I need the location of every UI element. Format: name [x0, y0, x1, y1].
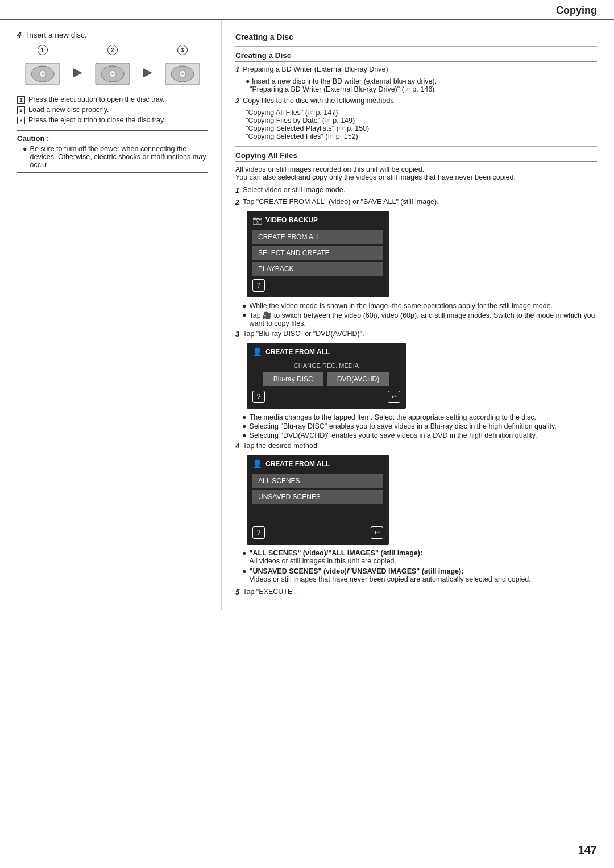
creating-disc-subheading: Creating a Disc [235, 51, 597, 62]
bullet-menu2-3: ● Selecting "DVD(AVCHD)" enables you to … [242, 431, 597, 439]
menu3-back-btn[interactable]: ↩ [371, 526, 383, 539]
sq-icon-3: 3 [17, 117, 25, 124]
bullet-text-m1-2: Tap 🎥 to switch between the video (60i),… [250, 311, 597, 327]
bullet-text-m2-3: Selecting "DVD(AVCHD)" enables you to sa… [250, 431, 537, 439]
bullet-all-scenes: ● "ALL SCENES" (video)/"ALL IMAGES" (sti… [242, 549, 597, 565]
bullet-dot-m2-2: ● [242, 422, 247, 430]
page-header: Copying [0, 0, 614, 20]
step-circle-3: 3 [177, 45, 188, 55]
right-column: Creating a Disc Creating a Disc 1 Prepar… [222, 20, 614, 610]
menu1-item-create-from-all[interactable]: CREATE FROM ALL [252, 230, 383, 244]
creating-step2-bullets: "Copying All Files" (☞ p. 147) "Copying … [235, 109, 597, 140]
creating-step1-num: 1 [235, 65, 239, 74]
camera-icon-1: 📷 [252, 215, 262, 225]
menu2-back-btn[interactable]: ↩ [388, 391, 400, 403]
bullet-text-m3-1: "ALL SCENES" (video)/"ALL IMAGES" (still… [250, 549, 423, 565]
ca-step5-text: Tap "EXECUTE". [243, 588, 297, 596]
bullet-dot-m2-1: ● [242, 413, 247, 421]
creating-step2: 2 Copy files to the disc with the follow… [235, 97, 597, 105]
separator-1 [235, 46, 597, 47]
menu2-help-btn[interactable]: ? [252, 391, 265, 403]
svg-point-11 [181, 73, 184, 75]
bullet-text-m3-2: "UNSAVED SCENES" (video)/"UNSAVED IMAGES… [250, 567, 531, 583]
caution-title: Caution : [17, 134, 208, 143]
menu3-item-unsaved-scenes[interactable]: UNSAVED SCENES [252, 490, 383, 504]
page-title: Copying [556, 5, 597, 16]
step-list: 1 Press the eject button to open the dis… [17, 95, 208, 124]
list-item-3-text: Press the eject button to close the disc… [28, 116, 165, 124]
bullet-menu2-2: ● Selecting "Blu-ray DISC" enables you t… [242, 422, 597, 430]
svg-point-7 [111, 73, 114, 75]
bullet-dot-m1-1: ● [242, 302, 247, 310]
bullet-dot-m3-2: ● [242, 567, 247, 583]
creating-step1-text: Preparing a BD Writer (External Blu-ray … [243, 65, 388, 74]
menu2-dvd-btn[interactable]: DVD(AVCHD) [327, 372, 389, 386]
menu3-footer: ? ↩ [252, 526, 383, 539]
ca-step1: 1 Select video or still image mode. [235, 186, 597, 194]
arrow-2: ▶ [143, 56, 152, 88]
disc-group-3: 3 [163, 45, 202, 89]
creating-step2-text: Copy files to the disc with the followin… [243, 97, 396, 105]
bullet-dot-1: ● [246, 77, 250, 85]
bullet-dot-m3-1: ● [242, 549, 247, 565]
ca-step4-text: Tap the desired method. [243, 442, 319, 450]
ca-step4-num: 4 [235, 442, 239, 450]
list-item-3: 3 Press the eject button to close the di… [17, 116, 208, 124]
step4-number: 4 [17, 30, 22, 39]
bullet-menu1-2: ● Tap 🎥 to switch between the video (60i… [242, 311, 597, 327]
disc-image-1 [23, 57, 63, 89]
menu2-box: 👤 CREATE FROM ALL CHANGE REC. MEDIA Blu-… [247, 343, 406, 409]
ca-step4: 4 Tap the desired method. [235, 442, 597, 450]
step-circle-2: 2 [107, 45, 118, 55]
bullet-menu1-1: ● While the video mode is shown in the i… [242, 302, 597, 310]
bullets-after-menu1: ● While the video mode is shown in the i… [242, 302, 597, 327]
ca-step3-num: 3 [235, 330, 239, 338]
menu1-item-playback[interactable]: PLAYBACK [252, 262, 383, 276]
ca-step5-num: 5 [235, 588, 239, 596]
menu2-sublabel: CHANGE REC. MEDIA [252, 362, 400, 369]
creating-disc-heading: Creating a Disc [235, 32, 597, 41]
menu2-header: 👤 CREATE FROM ALL [252, 347, 400, 359]
creating-step1: 1 Preparing a BD Writer (External Blu-ra… [235, 65, 597, 74]
bullets-after-menu3: ● "ALL SCENES" (video)/"ALL IMAGES" (sti… [242, 549, 597, 583]
arrow-1: ▶ [73, 56, 82, 88]
person-icon-2: 👤 [252, 347, 262, 356]
bullet-dot-m1-2: ● [242, 311, 247, 327]
menu1-header-text: VIDEO BACKUP [265, 216, 318, 224]
creating-step2-num: 2 [235, 97, 239, 105]
list-item-2-text: Load a new disc properly. [28, 106, 109, 114]
bullet-text-m2-2: Selecting "Blu-ray DISC" enables you to … [250, 422, 557, 430]
menu3-header: 👤 CREATE FROM ALL [252, 459, 383, 471]
menu3-item-all-scenes[interactable]: ALL SCENES [252, 474, 383, 488]
disc-group-1: 1 [23, 45, 63, 89]
menu1-item-select-and-create[interactable]: SELECT AND CREATE [252, 246, 383, 260]
sq-icon-1: 1 [17, 96, 25, 104]
bullet-menu2-1: ● The media changes to the tapped item. … [242, 413, 597, 421]
copying-all-intro: All videos or still images recorded on t… [235, 165, 597, 181]
disc-image-3 [163, 57, 202, 89]
ca-step1-num: 1 [235, 186, 239, 194]
ca-step3: 3 Tap "Blu-ray DISC" or "DVD(AVCHD)". [235, 330, 597, 338]
left-column: 4 Insert a new disc. 1 ▶ 2 [0, 20, 222, 610]
bullets-after-menu2: ● The media changes to the tapped item. … [242, 413, 597, 439]
step-circle-1: 1 [38, 45, 48, 55]
creating-step1-bullet: ● Insert a new disc into the BD writer (… [235, 77, 597, 93]
menu1-help-btn[interactable]: ? [252, 279, 265, 292]
page-number: 147 [578, 844, 597, 857]
menu2-bluray-btn[interactable]: Blu-ray DISC [263, 372, 323, 386]
ca-step2: 2 Tap "CREATE FROM ALL" (video) or "SAVE… [235, 198, 597, 206]
step4-block: 4 Insert a new disc. [17, 30, 208, 39]
menu1-footer: ? [252, 279, 383, 292]
page-body: 4 Insert a new disc. 1 ▶ 2 [0, 20, 614, 610]
menu2-media-buttons: Blu-ray DISC DVD(AVCHD) [252, 372, 400, 386]
menu3-help-btn[interactable]: ? [252, 526, 265, 539]
menu3-header-text: CREATE FROM ALL [265, 460, 330, 468]
copying-all-heading: Copying All Files [235, 151, 597, 162]
menu3-box: 👤 CREATE FROM ALL ALL SCENES UNSAVED SCE… [247, 455, 389, 545]
menu1-header: 📷 VIDEO BACKUP [252, 215, 383, 227]
ca-step3-text: Tap "Blu-ray DISC" or "DVD(AVCHD)". [243, 330, 364, 338]
menu1-box: 📷 VIDEO BACKUP CREATE FROM ALL SELECT AN… [247, 211, 389, 297]
list-item-1-text: Press the eject button to open the disc … [28, 95, 165, 103]
ca-step2-text: Tap "CREATE FROM ALL" (video) or "SAVE A… [243, 198, 438, 206]
caution-box: Caution : ● Be sure to turn off the powe… [17, 130, 208, 173]
